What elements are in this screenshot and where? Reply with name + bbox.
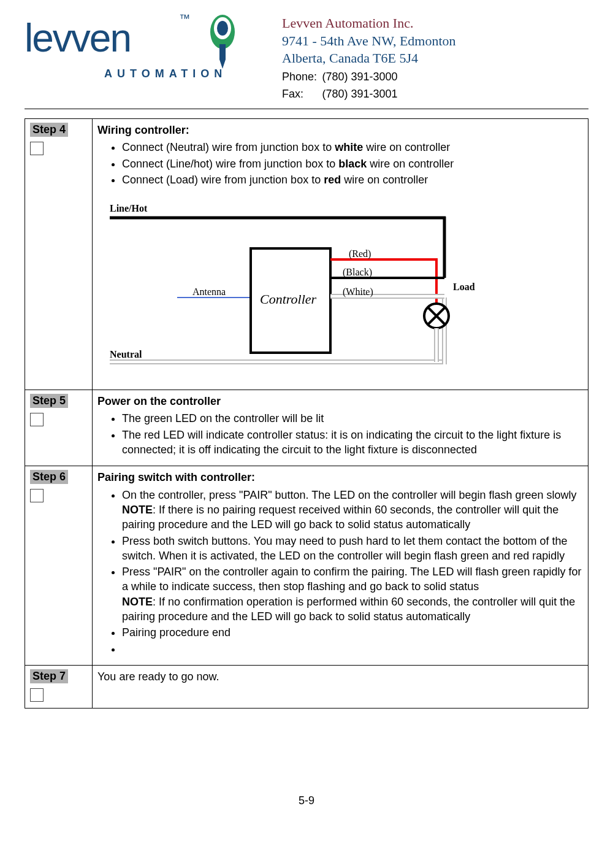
company-name: Levven Automation Inc. (282, 15, 588, 33)
company-phone: Phone: (780) 391-3000 (282, 67, 588, 85)
diagram-red-label: (Red) (349, 247, 371, 261)
step-4-bullets: Connect (Neutral) wire from junction box… (122, 140, 583, 187)
company-fax: Fax: (780) 391-3001 (282, 85, 588, 102)
step-7-content: You are ready to go now. (93, 665, 588, 708)
diagram-white-label: (White) (343, 285, 373, 299)
wiring-diagram: Line/Hot Neutral Antenna Controller (Red… (97, 193, 563, 377)
step-label-cell: Step 4 (25, 118, 93, 390)
diagram-black-label: (Black) (343, 266, 372, 279)
step-6-content: Pairing switch with controller: On the c… (93, 466, 588, 666)
step-row-7: Step 7 You are ready to go now. (25, 665, 588, 708)
step-7-checkbox[interactable] (30, 688, 44, 702)
page-number: 5-9 (299, 794, 314, 807)
step-6-bullets: On the controller, press "PAIR" button. … (122, 488, 583, 656)
diagram-neutral-label: Neutral (110, 348, 142, 361)
step-4-bullet-3: Connect (Load) wire from junction box to… (122, 172, 583, 187)
step-6-bullet-2: Press both switch buttons. You may need … (122, 534, 583, 564)
svg-rect-3 (219, 44, 226, 60)
logo-wordmark: levven (25, 15, 131, 61)
step-row-5: Step 5 Power on the controller The green… (25, 390, 588, 466)
step-label-cell: Step 6 (25, 466, 93, 666)
diagram-linehot-label: Line/Hot (110, 202, 147, 215)
step-6-title: Pairing switch with controller: (97, 471, 255, 483)
steps-table: Step 4 Wiring controller: Connect (Neutr… (25, 118, 588, 709)
phone-label: Phone: (282, 70, 319, 84)
step-7-body: You are ready to go now. (97, 670, 219, 683)
diagram-antenna-label: Antenna (192, 285, 226, 299)
step-label-cell: Step 7 (25, 665, 93, 708)
step-5-bullets: The green LED on the controller will be … (122, 411, 583, 457)
page-header: levven ™ AUTOMATION Levven Automation In… (25, 12, 588, 109)
step-5-bullet-1: The green LED on the controller will be … (122, 411, 583, 426)
step-6-checkbox[interactable] (30, 489, 44, 502)
step-4-label: Step 4 (30, 123, 68, 137)
step-5-label: Step 5 (30, 394, 68, 408)
company-addr2: Alberta, Canada T6E 5J4 (282, 50, 588, 67)
phone-value: (780) 391-3000 (322, 71, 398, 83)
company-addr1: 9741 - 54th Ave NW, Edmonton (282, 33, 588, 50)
step-4-bullet-1: Connect (Neutral) wire from junction box… (122, 140, 583, 155)
step-5-bullet-2: The red LED will indicate controller sta… (122, 428, 583, 458)
step-5-content: Power on the controller The green LED on… (93, 390, 588, 466)
step-4-bullet-2: Connect (Line/hot) wire from junction bo… (122, 156, 583, 171)
fax-label: Fax: (282, 87, 319, 101)
logo-block: levven ™ AUTOMATION (25, 12, 282, 86)
step-label-cell: Step 5 (25, 390, 93, 466)
logo-icon (201, 7, 244, 72)
diagram-load-label: Load (453, 280, 475, 294)
step-6-bullet-4: Pairing procedure end (122, 625, 583, 640)
step-4-title: Wiring controller: (97, 124, 189, 136)
step-5-checkbox[interactable] (30, 413, 44, 426)
step-6-label: Step 6 (30, 470, 68, 484)
step-row-6: Step 6 Pairing switch with controller: O… (25, 466, 588, 666)
step-7-label: Step 7 (30, 669, 68, 683)
diagram-controller-label: Controller (260, 290, 316, 309)
step-6-bullet-1: On the controller, press "PAIR" button. … (122, 488, 583, 532)
step-6-bullet-5 (122, 642, 583, 656)
page-footer: 5-9 (25, 794, 588, 807)
step-4-content: Wiring controller: Connect (Neutral) wir… (93, 118, 588, 390)
logo-subtext: AUTOMATION (104, 67, 227, 80)
company-info: Levven Automation Inc. 9741 - 54th Ave N… (282, 12, 588, 102)
logo: levven ™ AUTOMATION (25, 12, 221, 86)
fax-value: (780) 391-3001 (322, 88, 398, 100)
step-5-title: Power on the controller (97, 395, 221, 407)
step-4-checkbox[interactable] (30, 142, 44, 155)
step-6-bullet-3: Press "PAIR" on the controller again to … (122, 564, 583, 624)
logo-trademark: ™ (179, 12, 190, 25)
step-row-4: Step 4 Wiring controller: Connect (Neutr… (25, 118, 588, 390)
svg-point-2 (217, 21, 228, 36)
